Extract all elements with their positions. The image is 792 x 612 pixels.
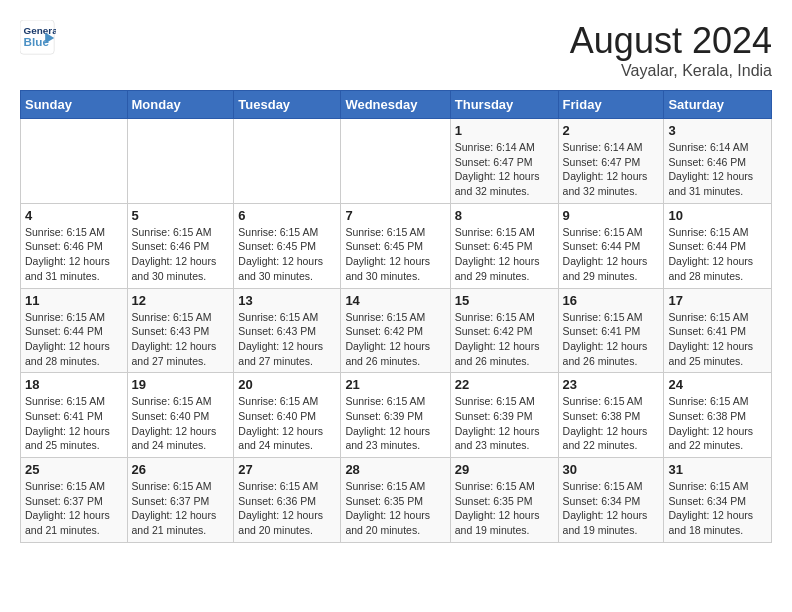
day-info: Sunrise: 6:15 AM Sunset: 6:34 PM Dayligh… [668, 479, 767, 538]
day-info: Sunrise: 6:15 AM Sunset: 6:42 PM Dayligh… [345, 310, 445, 369]
day-info: Sunrise: 6:15 AM Sunset: 6:46 PM Dayligh… [132, 225, 230, 284]
day-info: Sunrise: 6:15 AM Sunset: 6:41 PM Dayligh… [25, 394, 123, 453]
weekday-header-tuesday: Tuesday [234, 91, 341, 119]
weekday-header-sunday: Sunday [21, 91, 128, 119]
day-info: Sunrise: 6:15 AM Sunset: 6:43 PM Dayligh… [238, 310, 336, 369]
day-info: Sunrise: 6:14 AM Sunset: 6:47 PM Dayligh… [563, 140, 660, 199]
day-info: Sunrise: 6:15 AM Sunset: 6:45 PM Dayligh… [345, 225, 445, 284]
day-info: Sunrise: 6:15 AM Sunset: 6:42 PM Dayligh… [455, 310, 554, 369]
day-info: Sunrise: 6:15 AM Sunset: 6:44 PM Dayligh… [563, 225, 660, 284]
location: Vayalar, Kerala, India [570, 62, 772, 80]
day-number: 10 [668, 208, 767, 223]
weekday-header-saturday: Saturday [664, 91, 772, 119]
day-number: 16 [563, 293, 660, 308]
day-info: Sunrise: 6:15 AM Sunset: 6:39 PM Dayligh… [455, 394, 554, 453]
day-number: 17 [668, 293, 767, 308]
day-info: Sunrise: 6:14 AM Sunset: 6:47 PM Dayligh… [455, 140, 554, 199]
calendar-week-1: 1Sunrise: 6:14 AM Sunset: 6:47 PM Daylig… [21, 119, 772, 204]
day-info: Sunrise: 6:15 AM Sunset: 6:40 PM Dayligh… [238, 394, 336, 453]
calendar-cell: 24Sunrise: 6:15 AM Sunset: 6:38 PM Dayli… [664, 373, 772, 458]
day-info: Sunrise: 6:15 AM Sunset: 6:35 PM Dayligh… [345, 479, 445, 538]
day-info: Sunrise: 6:15 AM Sunset: 6:41 PM Dayligh… [563, 310, 660, 369]
calendar-cell: 30Sunrise: 6:15 AM Sunset: 6:34 PM Dayli… [558, 458, 664, 543]
day-info: Sunrise: 6:15 AM Sunset: 6:39 PM Dayligh… [345, 394, 445, 453]
calendar-cell: 25Sunrise: 6:15 AM Sunset: 6:37 PM Dayli… [21, 458, 128, 543]
calendar-cell: 9Sunrise: 6:15 AM Sunset: 6:44 PM Daylig… [558, 203, 664, 288]
calendar-cell: 11Sunrise: 6:15 AM Sunset: 6:44 PM Dayli… [21, 288, 128, 373]
calendar-cell: 3Sunrise: 6:14 AM Sunset: 6:46 PM Daylig… [664, 119, 772, 204]
day-info: Sunrise: 6:15 AM Sunset: 6:38 PM Dayligh… [668, 394, 767, 453]
day-number: 3 [668, 123, 767, 138]
day-number: 20 [238, 377, 336, 392]
weekday-header-friday: Friday [558, 91, 664, 119]
day-number: 14 [345, 293, 445, 308]
day-number: 7 [345, 208, 445, 223]
day-number: 4 [25, 208, 123, 223]
calendar-cell [234, 119, 341, 204]
calendar-cell: 6Sunrise: 6:15 AM Sunset: 6:45 PM Daylig… [234, 203, 341, 288]
day-number: 25 [25, 462, 123, 477]
day-number: 1 [455, 123, 554, 138]
logo-icon: General Blue [20, 20, 56, 56]
calendar-cell: 5Sunrise: 6:15 AM Sunset: 6:46 PM Daylig… [127, 203, 234, 288]
day-info: Sunrise: 6:15 AM Sunset: 6:38 PM Dayligh… [563, 394, 660, 453]
calendar-cell: 2Sunrise: 6:14 AM Sunset: 6:47 PM Daylig… [558, 119, 664, 204]
calendar-cell: 20Sunrise: 6:15 AM Sunset: 6:40 PM Dayli… [234, 373, 341, 458]
calendar-cell: 4Sunrise: 6:15 AM Sunset: 6:46 PM Daylig… [21, 203, 128, 288]
day-number: 27 [238, 462, 336, 477]
page-header: General Blue August 2024 Vayalar, Kerala… [20, 20, 772, 80]
calendar-cell: 15Sunrise: 6:15 AM Sunset: 6:42 PM Dayli… [450, 288, 558, 373]
day-info: Sunrise: 6:15 AM Sunset: 6:37 PM Dayligh… [132, 479, 230, 538]
day-number: 28 [345, 462, 445, 477]
day-number: 5 [132, 208, 230, 223]
month-year: August 2024 [570, 20, 772, 62]
day-number: 21 [345, 377, 445, 392]
calendar-cell: 7Sunrise: 6:15 AM Sunset: 6:45 PM Daylig… [341, 203, 450, 288]
day-number: 9 [563, 208, 660, 223]
day-number: 23 [563, 377, 660, 392]
calendar-table: SundayMondayTuesdayWednesdayThursdayFrid… [20, 90, 772, 543]
calendar-cell: 8Sunrise: 6:15 AM Sunset: 6:45 PM Daylig… [450, 203, 558, 288]
calendar-cell: 23Sunrise: 6:15 AM Sunset: 6:38 PM Dayli… [558, 373, 664, 458]
calendar-cell: 29Sunrise: 6:15 AM Sunset: 6:35 PM Dayli… [450, 458, 558, 543]
calendar-cell: 10Sunrise: 6:15 AM Sunset: 6:44 PM Dayli… [664, 203, 772, 288]
day-number: 24 [668, 377, 767, 392]
day-info: Sunrise: 6:15 AM Sunset: 6:44 PM Dayligh… [668, 225, 767, 284]
day-number: 6 [238, 208, 336, 223]
title-block: August 2024 Vayalar, Kerala, India [570, 20, 772, 80]
calendar-week-3: 11Sunrise: 6:15 AM Sunset: 6:44 PM Dayli… [21, 288, 772, 373]
day-number: 30 [563, 462, 660, 477]
calendar-week-5: 25Sunrise: 6:15 AM Sunset: 6:37 PM Dayli… [21, 458, 772, 543]
calendar-cell: 21Sunrise: 6:15 AM Sunset: 6:39 PM Dayli… [341, 373, 450, 458]
day-number: 8 [455, 208, 554, 223]
calendar-cell: 19Sunrise: 6:15 AM Sunset: 6:40 PM Dayli… [127, 373, 234, 458]
day-info: Sunrise: 6:15 AM Sunset: 6:44 PM Dayligh… [25, 310, 123, 369]
calendar-cell [21, 119, 128, 204]
calendar-cell: 27Sunrise: 6:15 AM Sunset: 6:36 PM Dayli… [234, 458, 341, 543]
calendar-cell: 13Sunrise: 6:15 AM Sunset: 6:43 PM Dayli… [234, 288, 341, 373]
day-number: 31 [668, 462, 767, 477]
day-info: Sunrise: 6:15 AM Sunset: 6:35 PM Dayligh… [455, 479, 554, 538]
calendar-cell: 26Sunrise: 6:15 AM Sunset: 6:37 PM Dayli… [127, 458, 234, 543]
day-info: Sunrise: 6:15 AM Sunset: 6:37 PM Dayligh… [25, 479, 123, 538]
day-number: 12 [132, 293, 230, 308]
day-number: 11 [25, 293, 123, 308]
calendar-cell: 14Sunrise: 6:15 AM Sunset: 6:42 PM Dayli… [341, 288, 450, 373]
day-number: 22 [455, 377, 554, 392]
day-info: Sunrise: 6:15 AM Sunset: 6:43 PM Dayligh… [132, 310, 230, 369]
calendar-week-2: 4Sunrise: 6:15 AM Sunset: 6:46 PM Daylig… [21, 203, 772, 288]
day-info: Sunrise: 6:15 AM Sunset: 6:46 PM Dayligh… [25, 225, 123, 284]
weekday-header-thursday: Thursday [450, 91, 558, 119]
day-info: Sunrise: 6:15 AM Sunset: 6:41 PM Dayligh… [668, 310, 767, 369]
calendar-cell: 28Sunrise: 6:15 AM Sunset: 6:35 PM Dayli… [341, 458, 450, 543]
calendar-cell: 12Sunrise: 6:15 AM Sunset: 6:43 PM Dayli… [127, 288, 234, 373]
day-number: 19 [132, 377, 230, 392]
calendar-cell: 1Sunrise: 6:14 AM Sunset: 6:47 PM Daylig… [450, 119, 558, 204]
day-info: Sunrise: 6:15 AM Sunset: 6:40 PM Dayligh… [132, 394, 230, 453]
calendar-cell [127, 119, 234, 204]
logo: General Blue [20, 20, 56, 56]
calendar-cell: 17Sunrise: 6:15 AM Sunset: 6:41 PM Dayli… [664, 288, 772, 373]
day-number: 29 [455, 462, 554, 477]
calendar-cell: 22Sunrise: 6:15 AM Sunset: 6:39 PM Dayli… [450, 373, 558, 458]
day-number: 13 [238, 293, 336, 308]
